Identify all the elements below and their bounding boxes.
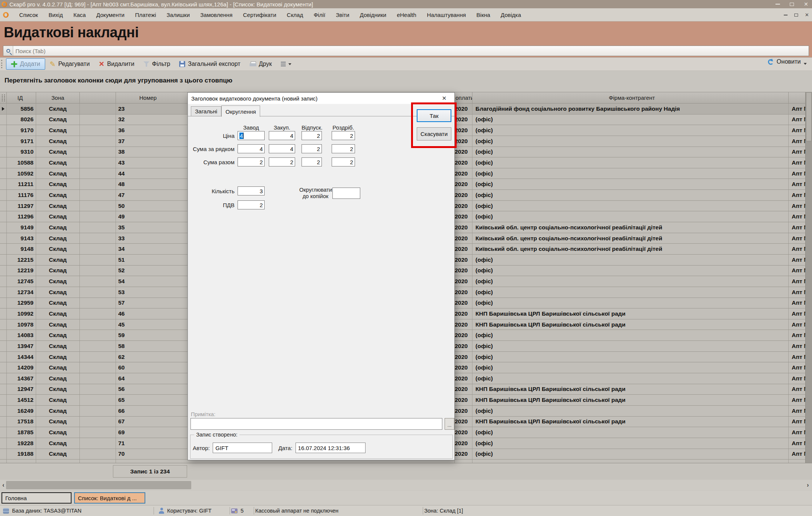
cell-firm: (офіс) xyxy=(472,427,789,438)
cell-id: 10588 xyxy=(7,157,36,168)
rounding-field[interactable]: 2 xyxy=(302,157,322,166)
menu-item-2[interactable]: Вихід xyxy=(43,12,68,18)
rounding-field[interactable]: 4 xyxy=(269,131,295,140)
print-button[interactable]: Друк xyxy=(245,58,277,70)
vertical-scrollbar-thumb[interactable] xyxy=(806,92,812,141)
row-indicator-cell xyxy=(0,406,7,416)
note-input[interactable] xyxy=(191,418,442,429)
cell-firm xyxy=(472,460,789,463)
cell-firm: (офіс) xyxy=(472,201,789,211)
quantity-field[interactable]: 3 xyxy=(238,186,265,195)
vat-field[interactable]: 2 xyxy=(238,200,265,209)
column-chooser-icon[interactable] xyxy=(0,92,7,103)
menu-item-4[interactable]: Документи xyxy=(91,12,130,18)
window-title: Скарб pro v. 4.0.2.77 [ІД: 969] - [Апт №… xyxy=(9,1,313,8)
header-zone[interactable]: Зона xyxy=(36,92,80,103)
minimize-icon[interactable] xyxy=(775,4,780,5)
round-to-kopecks-field[interactable] xyxy=(332,188,360,199)
cell-id: 12219 xyxy=(7,266,36,276)
search-box[interactable] xyxy=(3,46,809,56)
menu-item-6[interactable]: Залишки xyxy=(161,12,195,18)
header-id[interactable]: ІД xyxy=(7,92,36,103)
tab-list-active[interactable]: Список: Видаткові д ... xyxy=(74,492,145,504)
funnel-icon xyxy=(143,61,149,67)
tab-home[interactable]: Головна xyxy=(2,492,72,504)
search-button[interactable] xyxy=(3,46,13,56)
header-empty[interactable] xyxy=(80,92,116,103)
note-more-button[interactable]: ... xyxy=(445,418,454,430)
menu-item-15[interactable]: Вікна xyxy=(471,12,496,18)
search-icon xyxy=(6,49,10,53)
user-icon xyxy=(159,508,164,514)
header-firm[interactable]: Фірма-контрагент xyxy=(472,92,789,103)
print-button-label: Друк xyxy=(259,61,272,67)
rounding-field[interactable]: 2 xyxy=(302,144,322,153)
cell-id: 12745 xyxy=(7,276,36,287)
mdi-minimize-icon[interactable] xyxy=(784,15,788,15)
note-field[interactable] xyxy=(190,418,442,430)
export-button[interactable]: Загальний експорт xyxy=(175,58,245,70)
edit-button[interactable]: ✎ Редагувати xyxy=(45,58,94,70)
menu-item-11[interactable]: Звіти xyxy=(331,12,355,18)
menu-item-13[interactable]: eHealth xyxy=(392,12,422,18)
menu-item-14[interactable]: Налаштування xyxy=(422,12,471,18)
row-indicator-cell xyxy=(0,384,7,395)
list-options-button[interactable] xyxy=(276,58,296,70)
filter-button[interactable]: Фільтр xyxy=(139,58,175,70)
add-button[interactable]: Додати xyxy=(6,58,45,70)
rounding-field[interactable]: 4 xyxy=(269,144,295,153)
cell-zone: Склад xyxy=(36,287,80,298)
rounding-field[interactable]: 4 xyxy=(238,131,265,140)
horizontal-scrollbar[interactable]: ‹ › xyxy=(0,480,812,490)
scroll-right-icon[interactable]: › xyxy=(804,480,811,490)
menu-item-1[interactable]: Список xyxy=(14,12,43,18)
menu-item-7[interactable]: Замовлення xyxy=(195,12,238,18)
cell-firm: (офіс) xyxy=(472,136,789,147)
cell-pay-fragment: 2020 xyxy=(455,125,472,136)
menu-item-8[interactable]: Сертифікати xyxy=(238,12,282,18)
cell-pay-fragment: 2020 xyxy=(455,406,472,416)
rounding-field[interactable]: 2 xyxy=(238,157,265,166)
rounding-field[interactable]: 2 xyxy=(269,157,295,166)
dialog-tab-general[interactable]: Загальні xyxy=(191,106,221,116)
cell-id: 9310 xyxy=(7,147,36,157)
mdi-restore-icon[interactable] xyxy=(794,14,798,17)
refresh-button[interactable]: Оновити xyxy=(768,58,807,65)
cell-id: 19228 xyxy=(7,438,36,449)
cell-empty xyxy=(80,147,116,157)
printer-icon xyxy=(250,61,256,67)
rounding-field[interactable]: 2 xyxy=(302,131,322,140)
menu-item-16[interactable]: Довідка xyxy=(495,12,526,18)
vertical-scrollbar[interactable] xyxy=(805,92,812,479)
dialog-close-icon[interactable]: ✕ xyxy=(439,94,450,102)
header-pay-fragment[interactable]: оплати xyxy=(455,92,472,103)
menu-item-9[interactable]: Склад xyxy=(282,12,308,18)
cell-empty xyxy=(80,266,116,276)
restore-icon[interactable] xyxy=(790,3,794,6)
rounding-field[interactable]: 2 xyxy=(332,131,355,140)
toolbar-grip[interactable] xyxy=(1,60,2,68)
rounding-field[interactable]: 2 xyxy=(332,157,355,166)
dialog-tab-rounding[interactable]: Округлення xyxy=(221,105,260,117)
mdi-close-icon[interactable]: ✕ xyxy=(805,12,809,18)
cell-empty xyxy=(80,168,116,179)
cell-firm: (офіс) xyxy=(472,125,789,136)
menu-item-12[interactable]: Довідники xyxy=(355,12,392,18)
cell-firm: (офіс) xyxy=(472,362,789,373)
date-field[interactable] xyxy=(296,443,366,453)
search-input[interactable] xyxy=(13,48,809,54)
menu-item-3[interactable]: Каса xyxy=(68,12,91,18)
rounding-field[interactable]: 4 xyxy=(238,144,265,153)
author-field[interactable] xyxy=(213,443,272,453)
close-icon[interactable]: ✕ xyxy=(804,2,808,7)
horizontal-scrollbar-thumb[interactable] xyxy=(6,481,191,489)
rounding-field[interactable]: 2 xyxy=(332,144,355,153)
statusbar-count: 5 xyxy=(241,508,244,514)
menu-items: СписокВихідКасаДокументиПлатежіЗалишкиЗа… xyxy=(14,12,526,18)
delete-button[interactable]: ✕ Видалити xyxy=(94,58,139,70)
cell-firm: (офіс) xyxy=(472,330,789,340)
dialog-tabs: Загальні Округлення xyxy=(191,105,260,116)
menu-item-10[interactable]: Філії xyxy=(308,12,331,18)
menu-item-5[interactable]: Платежі xyxy=(130,12,161,18)
cell-zone: Склад xyxy=(36,147,80,157)
